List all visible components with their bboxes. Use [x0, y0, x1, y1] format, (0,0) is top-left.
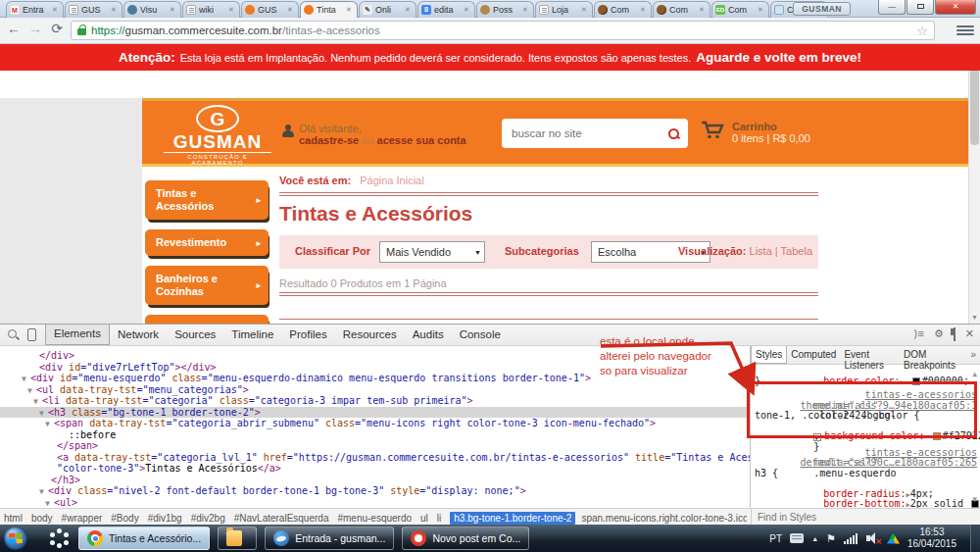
stylesheet-link[interactable]: tintas-e-acessorios [865, 390, 977, 401]
minimize-button[interactable]: — [878, 0, 906, 15]
devtools-tab-network[interactable]: Network [110, 325, 167, 345]
browser-tab[interactable]: Loja✕ [535, 1, 593, 18]
browser-tab[interactable]: Com✕ [594, 1, 652, 18]
dom-tree-node[interactable]: ▼<h3 class="bg-tone-1 border-tone-2"> [0, 407, 750, 419]
show-desktop-button[interactable] [970, 525, 980, 552]
taskbar-button-chrome[interactable]: Tintas e Acessório... [78, 527, 210, 550]
search-input[interactable] [510, 126, 667, 140]
sidebar-item-banheiros-e-cozinhas[interactable]: Banheiros e Cozinhas► [145, 266, 269, 305]
tab-close-icon[interactable]: ✕ [228, 6, 236, 14]
gear-icon[interactable]: ⚙ [934, 327, 944, 340]
taskbar-clock[interactable]: 16:53 16/04/2015 [907, 527, 956, 550]
browser-tab[interactable]: 8edita✕ [417, 1, 475, 18]
hidden-icons-arrow[interactable]: ▲ [811, 535, 818, 542]
find-styles-input[interactable] [752, 509, 980, 525]
dom-crumb[interactable]: #menu-esquerdo [337, 513, 412, 524]
launcher-dots-icon[interactable] [49, 527, 71, 549]
devtools-tab-resources[interactable]: Resources [335, 325, 405, 345]
dom-crumb[interactable]: #div2bg [191, 513, 225, 524]
browser-tab[interactable]: GUS✕ [65, 1, 122, 18]
dom-tree-node[interactable]: ▼<ul data-tray-tst="menu_categorias"> [0, 384, 750, 396]
browser-tab[interactable]: GUS✕ [241, 1, 299, 18]
devtools-tab-profiles[interactable]: Profiles [281, 325, 334, 345]
taskbar-button-tbird[interactable]: Entrada - gusman... [265, 527, 394, 550]
overflow-tabs-icon[interactable]: » [966, 346, 980, 364]
start-button[interactable] [4, 527, 27, 550]
browser-tab[interactable]: ✎Onli✕ [359, 1, 416, 18]
stylesheet-link[interactable]: default.css?90c…e180acaf05:265 [800, 458, 977, 469]
browser-tab[interactable]: wiki✕ [182, 1, 240, 18]
tab-close-icon[interactable]: ✕ [522, 6, 530, 14]
tab-close-icon[interactable]: ✕ [52, 6, 60, 14]
dom-tree-node[interactable]: ▼<span data-tray-tst="categoria_abrir_su… [0, 418, 750, 429]
browser-tab[interactable]: Poss✕ [476, 1, 534, 18]
tab-close-icon[interactable]: ✕ [111, 6, 119, 14]
dom-crumb[interactable]: h3.bg-tone-1.border-tone-2 [450, 512, 575, 525]
devtools-close-icon[interactable]: ✕ [965, 327, 974, 340]
sidebar-item-tintas-e-acess-rios[interactable]: Tintas e Acessórios► [145, 180, 269, 220]
dom-tree-node[interactable]: ▼<li data-tray-tst="categoria" class="ca… [0, 395, 750, 407]
tab-close-icon[interactable]: ✕ [346, 6, 354, 14]
sidebar-item-el-trica-e-ilumina-o[interactable]: Elétrica e Iluminação► [145, 315, 269, 324]
dom-crumb[interactable]: li [437, 513, 441, 524]
dom-tree-node[interactable]: ▼<div class="nivel-2 font-default border… [0, 485, 750, 497]
tab-close-icon[interactable]: ✕ [170, 6, 177, 14]
forward-button[interactable]: → [25, 21, 45, 36]
network-signal-icon[interactable] [844, 533, 858, 544]
taskbar-button-opera[interactable]: Novo post em Co... [402, 527, 529, 550]
dom-crumb[interactable]: html [4, 513, 23, 524]
dom-crumb[interactable]: body [31, 513, 53, 524]
tab-close-icon[interactable]: ✕ [758, 6, 765, 14]
device-mode-icon[interactable] [27, 328, 36, 341]
browser-tab[interactable]: Tinta✕ [300, 1, 358, 18]
taskbar-button-folder[interactable] [218, 527, 257, 550]
dom-crumb[interactable]: #wrapper [62, 513, 103, 524]
devtools-tab-console[interactable]: Console [452, 325, 509, 345]
google-drive-icon[interactable] [887, 533, 900, 544]
language-indicator[interactable]: PT [769, 533, 782, 544]
sidebar-item-revestimento[interactable]: Revestimento► [145, 229, 269, 256]
action-center-flag-icon[interactable]: ⚑ [826, 532, 836, 545]
search-icon[interactable] [667, 127, 680, 140]
register-link[interactable]: cadastre-se [299, 134, 359, 146]
tab-close-icon[interactable]: ✕ [699, 6, 707, 14]
close-button[interactable]: ✕ [935, 0, 976, 15]
tab-close-icon[interactable]: ✕ [640, 6, 648, 14]
add-rule-icon[interactable]: + [968, 431, 974, 442]
scroll-down-icon[interactable]: ▼ [972, 495, 977, 504]
maximize-button[interactable] [906, 0, 934, 15]
view-table-link[interactable]: Tabela [781, 245, 812, 257]
profile-badge[interactable]: GUSMAN [793, 2, 851, 16]
keyboard-icon[interactable] [790, 533, 804, 543]
bookmark-star-icon[interactable]: ☆ [916, 24, 928, 38]
devtools-tab-elements[interactable]: Elements [45, 325, 110, 345]
dom-tree-node[interactable]: "color-tone-3">Tintas e Acessórios</a> [0, 463, 750, 475]
styles-tab-dom-breakpoints[interactable]: DOM Breakpoints [900, 346, 966, 364]
css-property-row[interactable]: border-radius:▶4px; [751, 478, 980, 489]
gusman-logo[interactable]: G GUSMAN CONSTRUÇÃO E ACABAMENTO [164, 105, 271, 166]
styles-tab-event-listeners[interactable]: Event Listeners [840, 346, 900, 364]
styles-tab-computed[interactable]: Computed [787, 346, 840, 364]
view-list-link[interactable]: Lista [750, 245, 772, 257]
devtools-tab-audits[interactable]: Audits [405, 325, 452, 345]
css-property-row[interactable]: border-color:▶ #000000; [751, 366, 980, 376]
volume-muted-icon[interactable]: ✕ [866, 532, 879, 544]
dom-tree-node[interactable]: ::before [0, 429, 750, 441]
css-property-row[interactable]: border-bottom:▶2px solid #000; [751, 489, 980, 500]
tab-close-icon[interactable]: ✕ [464, 6, 471, 14]
styles-tab-styles[interactable]: Styles [751, 346, 787, 364]
cart-widget[interactable]: Carrinho 0 itens | R$ 0,00 [701, 121, 810, 144]
scroll-down-icon[interactable]: ▼ [969, 314, 980, 321]
address-bar[interactable]: https://gusman.commercesuite.com.br/tint… [71, 21, 935, 40]
dom-tree-node[interactable]: ▼<ul> [0, 497, 750, 509]
console-drawer-icon[interactable]: ⟩≡ [913, 327, 924, 340]
reload-button[interactable]: ⟳ [47, 21, 67, 36]
dom-tree-node[interactable]: <a data-tray-tst="categoria_lvl_1" href=… [0, 452, 750, 464]
inspect-element-icon[interactable] [8, 329, 20, 341]
tab-close-icon[interactable]: ✕ [405, 6, 413, 14]
browser-tab[interactable]: Com✕ [653, 1, 710, 18]
dom-crumb[interactable]: #div1bg [148, 513, 182, 524]
tab-close-icon[interactable]: ✕ [287, 6, 295, 14]
back-button[interactable]: ← [4, 21, 24, 36]
dom-tree-node[interactable]: </span> [0, 440, 750, 452]
